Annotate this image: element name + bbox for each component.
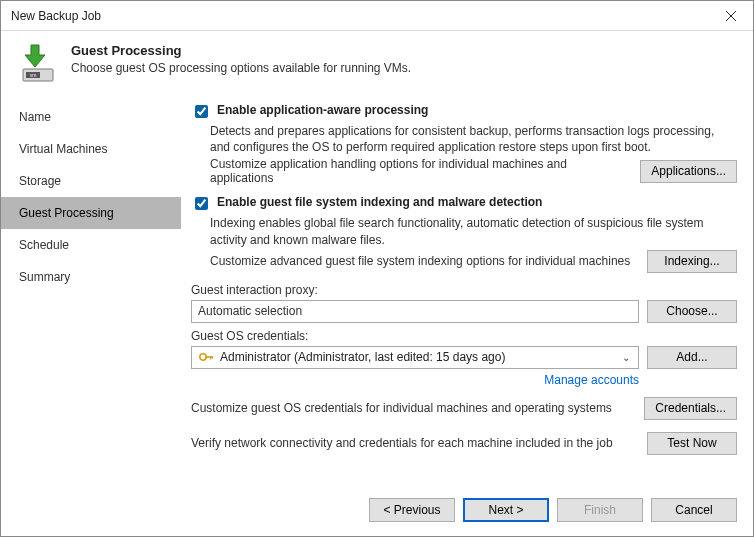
sidebar-item-name[interactable]: Name [1, 101, 181, 133]
wizard-body: Name Virtual Machines Storage Guest Proc… [1, 97, 753, 488]
close-button[interactable] [709, 1, 753, 31]
wizard-content: Enable application-aware processing Dete… [181, 97, 753, 488]
credentials-customize-text: Customize guest OS credentials for indiv… [191, 401, 634, 415]
window-title: New Backup Job [11, 9, 101, 23]
svg-rect-8 [212, 356, 213, 358]
svg-point-5 [200, 354, 206, 360]
proxy-value: Automatic selection [198, 304, 302, 318]
proxy-label: Guest interaction proxy: [191, 283, 737, 297]
sidebar-item-virtual-machines[interactable]: Virtual Machines [1, 133, 181, 165]
wizard-footer: < Previous Next > Finish Cancel [1, 488, 753, 536]
wizard-steps-sidebar: Name Virtual Machines Storage Guest Proc… [1, 97, 181, 488]
manage-accounts-link[interactable]: Manage accounts [191, 373, 737, 387]
sidebar-item-schedule[interactable]: Schedule [1, 229, 181, 261]
page-title: Guest Processing [71, 43, 411, 58]
indexing-customize-row: Customize advanced guest file system ind… [210, 250, 737, 273]
close-icon [726, 11, 736, 21]
indexing-description: Indexing enables global file search func… [210, 215, 737, 247]
credentials-button[interactable]: Credentials... [644, 397, 737, 420]
verify-row: Verify network connectivity and credenti… [191, 432, 737, 455]
chevron-down-icon: ⌄ [618, 352, 634, 363]
sidebar-item-summary[interactable]: Summary [1, 261, 181, 293]
key-icon [198, 349, 214, 365]
test-now-button[interactable]: Test Now [647, 432, 737, 455]
enable-indexing-checkbox[interactable] [195, 197, 208, 210]
applications-button[interactable]: Applications... [640, 160, 737, 183]
credentials-row: Administrator (Administrator, last edite… [191, 346, 737, 369]
svg-rect-6 [206, 356, 213, 358]
app-aware-description: Detects and prepares applications for co… [210, 123, 737, 155]
credentials-combobox[interactable]: Administrator (Administrator, last edite… [191, 346, 639, 369]
previous-button[interactable]: < Previous [369, 498, 455, 522]
titlebar: New Backup Job [1, 1, 753, 31]
verify-text: Verify network connectivity and credenti… [191, 436, 637, 450]
proxy-row: Automatic selection Choose... [191, 300, 737, 323]
sidebar-item-guest-processing[interactable]: Guest Processing [1, 197, 181, 229]
app-aware-row: Enable application-aware processing [191, 103, 737, 121]
credentials-label: Guest OS credentials: [191, 329, 737, 343]
app-aware-customize-row: Customize application handling options f… [210, 157, 737, 185]
app-aware-customize-text: Customize application handling options f… [210, 157, 630, 185]
indexing-button[interactable]: Indexing... [647, 250, 737, 273]
enable-app-aware-label: Enable application-aware processing [217, 103, 428, 117]
indexing-row: Enable guest file system indexing and ma… [191, 195, 737, 213]
choose-proxy-button[interactable]: Choose... [647, 300, 737, 323]
guest-processing-icon: vm [17, 43, 59, 83]
wizard-header: vm Guest Processing Choose guest OS proc… [1, 31, 753, 97]
enable-indexing-label: Enable guest file system indexing and ma… [217, 195, 542, 209]
next-button[interactable]: Next > [463, 498, 549, 522]
page-description: Choose guest OS processing options avail… [71, 61, 411, 75]
sidebar-item-storage[interactable]: Storage [1, 165, 181, 197]
svg-rect-7 [210, 356, 211, 359]
indexing-customize-text: Customize advanced guest file system ind… [210, 254, 637, 268]
finish-button: Finish [557, 498, 643, 522]
cancel-button[interactable]: Cancel [651, 498, 737, 522]
proxy-field[interactable]: Automatic selection [191, 300, 639, 323]
credentials-value: Administrator (Administrator, last edite… [220, 350, 612, 364]
dialog-window: New Backup Job vm Guest Processing Choos… [0, 0, 754, 537]
add-credentials-button[interactable]: Add... [647, 346, 737, 369]
enable-app-aware-checkbox[interactable] [195, 105, 208, 118]
credentials-customize-row: Customize guest OS credentials for indiv… [191, 397, 737, 420]
svg-text:vm: vm [30, 72, 37, 78]
